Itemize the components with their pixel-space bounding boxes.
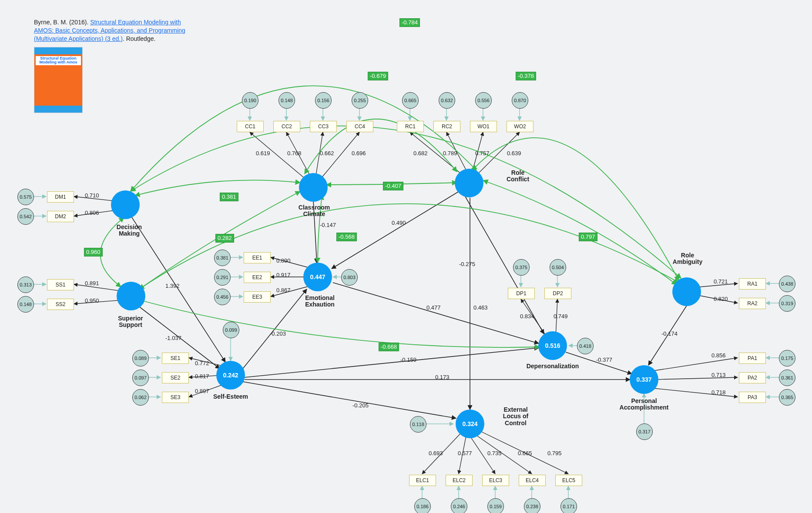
indicator-ELC5: ELC5 <box>555 475 582 486</box>
error-EE2: 0.291 <box>214 269 231 286</box>
indicator-PA3: PA3 <box>739 392 766 403</box>
path-RC-EE: 0.490 <box>392 220 406 226</box>
latent-role-ambiguity <box>672 277 701 306</box>
path-SE-ELC: -0.205 <box>352 402 369 409</box>
disturbance-SE: 0.099 <box>223 322 239 338</box>
loading-PA2: 0.713 <box>711 372 726 378</box>
indicator-DP2: DP2 <box>544 288 571 299</box>
path-CC-EE: -0.147 <box>320 222 336 228</box>
value-elc: 0.324 <box>462 420 477 427</box>
path-DP-PA: -0.377 <box>596 356 612 363</box>
label-superior-support: Superior Support <box>109 315 152 329</box>
error-DM1: 0.575 <box>17 189 34 205</box>
label-pa: Personal Accomplishment <box>609 398 679 411</box>
error-RA2: 0.319 <box>779 295 795 312</box>
indicator-PA1: PA1 <box>739 353 766 364</box>
svg-line-62 <box>653 358 738 371</box>
loading-SS2: 0.950 <box>85 297 99 304</box>
loading-DP2: 0.749 <box>554 313 568 320</box>
book-title: Structural Equation Modeling with Amos <box>36 56 81 65</box>
error-CC1: 0.190 <box>242 92 258 109</box>
latent-superior-support <box>117 282 145 310</box>
label-ee: Emotional Exhaution <box>296 295 344 308</box>
loading-SS1: 0.891 <box>85 280 99 286</box>
cov-RC-RA-mid: 0.797 <box>579 233 597 241</box>
indicator-RC1: RC1 <box>397 121 424 132</box>
loading-CC1: 0.619 <box>256 150 270 157</box>
cov-SS-CC: 0.282 <box>215 234 234 243</box>
disturbance-ELC: 0.118 <box>410 416 426 433</box>
loading-PA3: 0.718 <box>711 389 726 396</box>
book-cover: Structural Equation Modeling with Amos <box>34 47 83 113</box>
error-WO2: 0.870 <box>512 92 528 109</box>
svg-line-68 <box>332 191 459 269</box>
value-self-esteem: 0.242 <box>223 372 238 379</box>
latent-role-conflict <box>455 169 483 197</box>
sem-diagram: Byrne, B. M. (2016). Structural Equation… <box>0 0 812 513</box>
indicator-ELC1: ELC1 <box>409 475 436 486</box>
indicator-ELC2: ELC2 <box>446 475 473 486</box>
indicator-EE1: EE1 <box>244 252 271 263</box>
loading-RC1: 0.682 <box>413 150 428 157</box>
loading-ELC5: 0.795 <box>547 450 562 456</box>
error-CC3: 0.156 <box>315 92 332 109</box>
loading-DM1: 0.710 <box>85 192 99 199</box>
loading-EE1: 0.890 <box>276 257 291 264</box>
loading-EE2: 0.917 <box>276 272 291 278</box>
indicator-SE1: SE1 <box>162 353 189 364</box>
indicator-DP1: DP1 <box>508 288 535 299</box>
loading-CC2: 0.768 <box>287 150 302 157</box>
disturbance-EE: 0.803 <box>341 269 358 286</box>
indicator-DM1: DM1 <box>47 191 74 203</box>
loading-WO1: 0.757 <box>475 150 490 157</box>
error-DP2: 0.504 <box>550 259 566 276</box>
error-EE1: 0.381 <box>214 250 231 266</box>
label-classroom-climate: Classroom Climate <box>292 204 336 218</box>
error-ELC3: 0.159 <box>487 498 504 513</box>
loading-ELC3: 0.735 <box>487 450 502 456</box>
indicator-ELC4: ELC4 <box>519 475 546 486</box>
indicator-SE3: SE3 <box>162 392 189 403</box>
indicator-SE2: SE2 <box>162 372 189 383</box>
error-SS1: 0.313 <box>17 276 34 293</box>
loading-SE2: 0.817 <box>195 373 209 380</box>
cov-DM-SS: 0.960 <box>84 248 103 256</box>
indicator-RA2: RA2 <box>739 298 766 309</box>
indicator-CC4: CC4 <box>346 121 373 132</box>
latent-elc: 0.324 <box>456 410 484 438</box>
cov-SS-DP: -0.668 <box>379 343 399 351</box>
citation-suffix: . Routledge. <box>123 35 156 42</box>
latent-classroom-climate <box>299 173 328 202</box>
value-dp: 0.516 <box>545 342 560 349</box>
loading-EE3: 0.867 <box>276 287 291 293</box>
error-PA1: 0.175 <box>779 350 795 366</box>
indicator-EE2: EE2 <box>244 272 271 283</box>
label-dp: Depersonalization <box>520 363 585 370</box>
error-DM2: 0.542 <box>17 208 34 225</box>
indicator-WO1: WO1 <box>470 121 497 132</box>
loading-DP1: 0.834 <box>520 313 534 320</box>
error-ELC4: 0.238 <box>524 498 540 513</box>
latent-decision-making <box>111 190 140 219</box>
label-decision-making: Decision Making <box>110 224 149 237</box>
loading-SE3: 0.897 <box>195 388 209 394</box>
value-pa: 0.337 <box>636 376 651 383</box>
error-RC1: 0.665 <box>402 92 419 109</box>
value-ee: 0.447 <box>310 273 325 280</box>
path-RC-DP: -0.275 <box>459 261 475 267</box>
path-SE-PA: 0.173 <box>435 374 450 380</box>
cov-CC-RC-top: -0.679 <box>368 72 388 80</box>
indicator-SS1: SS1 <box>47 279 74 290</box>
error-SE3: 0.062 <box>132 389 149 406</box>
path-DM-SE: 1.392 <box>165 283 180 289</box>
error-EE3: 0.456 <box>214 289 231 305</box>
path-SE-EE: -0.203 <box>270 330 286 337</box>
error-ELC2: 0.246 <box>451 498 467 513</box>
loading-RA2: 0.820 <box>714 296 728 302</box>
path-EE-DP: 0.477 <box>426 304 441 311</box>
citation-text: Byrne, B. M. (2016). Structural Equation… <box>34 18 191 43</box>
indicator-PA2: PA2 <box>739 372 766 383</box>
indicator-RC2: RC2 <box>433 121 460 132</box>
path-SE-DP: -0.159 <box>400 356 416 363</box>
label-elc: External Locus of Control <box>496 406 535 426</box>
